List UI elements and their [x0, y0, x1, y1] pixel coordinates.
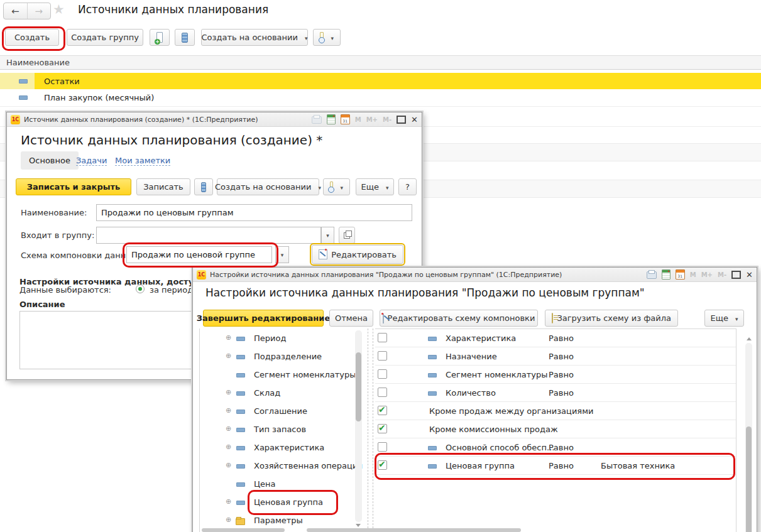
tree-item-parameters[interactable]: Параметры	[200, 511, 356, 529]
filter-row-characteristic[interactable]: Характеристика Равно	[375, 329, 736, 347]
close-icon[interactable]: ✕	[746, 271, 753, 279]
tab-main[interactable]: Основное	[21, 151, 79, 170]
filter-row-except-intercompany[interactable]: Кроме продаж между организациями	[375, 402, 736, 420]
filter-row-purpose[interactable]: Назначение Равно	[375, 347, 736, 366]
checkbox-checked[interactable]	[378, 406, 387, 415]
tree-item-price-group[interactable]: Ценовая группа	[200, 493, 356, 511]
list-header[interactable]: Наименование	[0, 55, 761, 70]
memory-mplus-icon[interactable]: M+	[366, 116, 378, 123]
group-dropdown-button[interactable]	[321, 227, 334, 244]
tree-scrollbar[interactable]	[355, 330, 362, 522]
create-group-button[interactable]: Создать группу	[67, 29, 143, 46]
close-icon[interactable]: ✕	[411, 116, 418, 124]
edit-schema-button[interactable]: Редактировать	[312, 245, 403, 264]
report-history-button[interactable]	[323, 178, 350, 195]
tree-scrollbar-thumb[interactable]	[356, 352, 361, 421]
checkbox[interactable]	[378, 369, 387, 379]
filter-row-quantity[interactable]: Количество Равно	[375, 384, 736, 402]
report-history-button[interactable]	[313, 29, 341, 46]
finish-editing-button[interactable]: Завершить редактирование	[203, 310, 324, 327]
scroll-down-icon[interactable]	[356, 524, 361, 527]
edit-composition-schema-button[interactable]: Редактировать схему компоновки	[380, 310, 538, 327]
save-close-button[interactable]: Записать и закрыть	[16, 178, 131, 195]
create-based-on-button[interactable]: Создать на основании	[217, 178, 319, 195]
tree-item-warehouse[interactable]: Склад	[200, 384, 356, 402]
tab-tasks[interactable]: Задачи	[76, 156, 107, 166]
filter-row-price-group[interactable]: Ценовая группа Равно Бытовая техника	[375, 457, 736, 475]
memory-mplus-icon[interactable]: M+	[701, 271, 713, 278]
dialog2-titlebar[interactable]: 1С Настройки источника данных планирован…	[193, 268, 757, 282]
calendar-icon[interactable]: 31	[676, 269, 685, 280]
more-button[interactable]: Еще	[356, 178, 394, 195]
expander-icon[interactable]	[226, 407, 231, 414]
tree-hscrollbar-thumb[interactable]	[202, 528, 285, 532]
list-scrollbar-thumb[interactable]	[746, 426, 752, 532]
nav-history-buttons[interactable]: ← →	[3, 3, 51, 19]
group-open-button[interactable]	[339, 227, 355, 244]
name-input[interactable]: Продажи по ценовым группам	[96, 204, 412, 221]
panel-splitter[interactable]	[368, 328, 368, 532]
checkbox[interactable]	[378, 442, 387, 452]
expander-icon[interactable]	[226, 498, 231, 505]
forward-icon[interactable]: →	[28, 3, 51, 19]
table-row-selected[interactable]: Остатки	[0, 73, 761, 89]
list-hscrollbar-thumb[interactable]	[307, 528, 521, 532]
create-based-on-button[interactable]: Создать на основании	[201, 29, 308, 46]
dialog1-titlebar[interactable]: 1С Источник данных планирования (создани…	[7, 112, 422, 127]
print-icon[interactable]	[647, 271, 657, 279]
calculator-icon[interactable]	[662, 269, 671, 280]
filter-row-main-supply-method[interactable]: Основной способ обесп... Равно	[375, 438, 736, 457]
memory-m-icon[interactable]: M	[355, 116, 361, 123]
maximize-icon[interactable]	[731, 271, 741, 279]
tab-notes[interactable]: Мои заметки	[115, 156, 170, 166]
expander-icon[interactable]	[226, 352, 231, 359]
tree-item-agreement[interactable]: Соглашение	[200, 402, 356, 420]
schema-input[interactable]: Продажи по ценовой группе	[126, 246, 272, 263]
table-row[interactable]: План закупок (месячный)	[0, 89, 761, 107]
cancel-button[interactable]: Отмена	[329, 310, 373, 327]
memory-mminus-icon[interactable]: M-	[383, 116, 391, 123]
group-input[interactable]	[96, 227, 321, 244]
list-scrollbar[interactable]	[745, 343, 752, 532]
checkbox[interactable]	[378, 388, 387, 397]
checkbox[interactable]	[378, 351, 387, 361]
maximize-icon[interactable]	[397, 116, 406, 124]
memory-mminus-icon[interactable]: M-	[718, 271, 726, 278]
calculator-icon[interactable]	[327, 114, 336, 124]
more-button[interactable]: Еще	[704, 310, 744, 327]
create-button[interactable]: Создать	[5, 29, 59, 46]
checkbox-checked[interactable]	[378, 424, 387, 433]
panel-splitter[interactable]	[373, 328, 373, 532]
expander-icon[interactable]	[226, 516, 231, 523]
radio-for-period[interactable]	[136, 285, 145, 293]
tree-item-business-operation[interactable]: Хозяйственная операция	[200, 457, 356, 475]
expander-icon[interactable]	[226, 389, 231, 396]
create-copy-button[interactable]	[150, 29, 170, 46]
expander-icon[interactable]	[226, 334, 231, 341]
schema-dropdown-button[interactable]	[275, 246, 289, 263]
save-button[interactable]: Записать	[136, 178, 190, 195]
tree-item-price[interactable]: Цена	[200, 475, 356, 493]
calendar-icon[interactable]: 31	[341, 114, 350, 124]
expander-icon[interactable]	[226, 443, 231, 450]
help-button[interactable]: ?	[398, 178, 417, 195]
checkbox-checked[interactable]	[378, 460, 387, 470]
scroll-up-icon[interactable]	[747, 337, 752, 340]
list-settings-button[interactable]	[194, 178, 213, 195]
back-icon[interactable]: ←	[4, 3, 28, 19]
expander-icon[interactable]	[226, 462, 231, 469]
memory-m-icon[interactable]: M	[690, 271, 696, 278]
tree-item-characteristic[interactable]: Характеристика	[200, 438, 356, 457]
filter-row-except-commission[interactable]: Кроме комиссионных продаж	[375, 420, 736, 438]
checkbox[interactable]	[378, 333, 387, 342]
tree-item-department[interactable]: Подразделение	[200, 347, 356, 366]
tree-item-stock-type[interactable]: Тип запасов	[200, 420, 356, 438]
tree-item-period[interactable]: Период	[200, 329, 356, 347]
list-settings-button[interactable]	[175, 29, 195, 46]
star-icon[interactable]: ★	[53, 2, 65, 17]
print-icon[interactable]	[312, 116, 322, 124]
tree-item-nomenclature-segment[interactable]: Сегмент номенклатуры	[200, 366, 356, 384]
load-schema-button[interactable]: Загрузить схему из файла	[545, 310, 678, 327]
filter-row-nomenclature-segment[interactable]: Сегмент номенклатуры Равно	[375, 366, 736, 384]
expander-icon[interactable]	[226, 425, 231, 432]
